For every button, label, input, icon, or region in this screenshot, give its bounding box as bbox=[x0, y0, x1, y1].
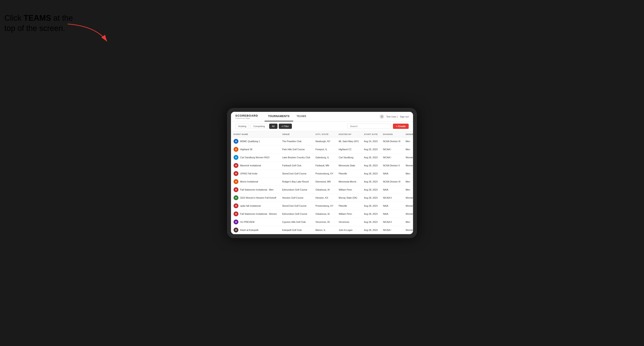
cell-gender: Men bbox=[403, 146, 413, 154]
cell-venue: The Powelton Club bbox=[280, 137, 312, 146]
cell-division: NAIA bbox=[380, 210, 403, 218]
cell-city: Marion, IL bbox=[313, 226, 336, 234]
event-name-text: UPIKE Fall Invite bbox=[240, 172, 258, 175]
col-division: DIVISION bbox=[380, 131, 403, 137]
cell-division: NCAA Division II bbox=[380, 162, 403, 170]
table-row: Carl Sandburg Women FA23 Lake Bracken Co… bbox=[231, 154, 413, 162]
event-icon bbox=[234, 163, 238, 168]
cell-division: NICAA II bbox=[380, 194, 403, 202]
cell-city: Hesston, KS bbox=[313, 194, 336, 202]
device-screen: SCOREBOARD Powered by Clippit TOURNAMENT… bbox=[231, 112, 413, 234]
nav-tournaments[interactable]: TOURNAMENTS bbox=[264, 112, 293, 121]
cell-hosted: Mt. Saint Mary (NY) bbox=[336, 137, 361, 146]
cell-venue: Park Hills Golf Course bbox=[280, 146, 312, 154]
cell-city: Galesburg, IL bbox=[313, 154, 336, 162]
event-name-text: Fall Statesmen Invitational - Men bbox=[240, 188, 274, 191]
table-row: Highland 36 Park Hills Golf Course Freep… bbox=[231, 146, 413, 154]
cell-event-name: Highland 36 bbox=[231, 146, 280, 154]
cell-city: Freeport, IL bbox=[313, 146, 336, 154]
nav-right: ⚙ Test User | Sign out bbox=[380, 115, 409, 119]
table-row: Maverick Invitational Faribault Golf Clu… bbox=[231, 162, 413, 170]
cell-city: Prestonsburg, KY bbox=[313, 202, 336, 210]
cell-event-name: UPIKE Fall Invite bbox=[231, 170, 280, 178]
col-gender: GENDER bbox=[403, 131, 413, 137]
col-venue: VENUE bbox=[280, 131, 312, 137]
event-icon bbox=[234, 211, 238, 216]
cell-event-name: Klash at Kokopelli bbox=[231, 226, 280, 234]
cell-hosted: Minnesota State bbox=[336, 162, 361, 170]
cell-division: NAIA bbox=[380, 170, 403, 178]
cell-event-name: Fall Statesmen Invitational - Women bbox=[231, 210, 280, 218]
nav-signout[interactable]: Sign out bbox=[400, 115, 409, 118]
cell-venue: Faribault Golf Club bbox=[280, 162, 312, 170]
cell-gender: Women bbox=[403, 194, 413, 202]
event-name-text: MSMC Qualifying 1 bbox=[240, 140, 260, 143]
cell-date: Aug 28, 2023 bbox=[361, 218, 380, 226]
event-icon bbox=[234, 203, 238, 208]
create-button[interactable]: + Create bbox=[393, 124, 409, 129]
instruction-text: Click TEAMS at thetop of the screen. bbox=[4, 13, 73, 33]
cell-division: NICAA I bbox=[380, 146, 403, 154]
cell-venue: Ruttger's Bay Lake Resort bbox=[280, 178, 312, 186]
cell-venue: StoneCrest Golf Course bbox=[280, 170, 312, 178]
cell-gender: Men bbox=[403, 218, 413, 226]
cell-venue: StoneCrest Golf Course bbox=[280, 202, 312, 210]
event-name-text: Maverick Invitational bbox=[240, 164, 261, 167]
event-name-text: Highland 36 bbox=[240, 148, 252, 151]
event-icon bbox=[234, 195, 238, 200]
event-icon bbox=[234, 179, 238, 184]
toolbar: Hosting Competing All ≡ Filter + Create bbox=[231, 121, 413, 131]
cell-event-name: MSMC Qualifying 1 bbox=[231, 137, 280, 146]
event-name-text: VU PREVIEW bbox=[240, 221, 254, 223]
cell-hosted: Minnesota-Morris bbox=[336, 178, 361, 186]
cell-event-name: Morris Invitational bbox=[231, 178, 280, 186]
brand-logo: SCOREBOARD Powered by Clippit bbox=[235, 114, 258, 119]
brand-subtitle: Powered by Clippit bbox=[235, 117, 258, 119]
nav-teams[interactable]: TEAMS bbox=[293, 112, 310, 121]
settings-icon[interactable]: ⚙ bbox=[380, 115, 384, 119]
table-header-row: EVENT NAME VENUE CITY, STATE HOSTED BY S… bbox=[231, 131, 413, 137]
col-hosted-by: HOSTED BY bbox=[336, 131, 361, 137]
cell-hosted: Highland CC bbox=[336, 146, 361, 154]
cell-date: Aug 28, 2023 bbox=[361, 186, 380, 194]
cell-city: Oskaloosa, IA bbox=[313, 186, 336, 194]
filter-button[interactable]: ≡ Filter bbox=[279, 124, 292, 129]
table-row: Klash at Kokopelli Kokopelli Golf Club M… bbox=[231, 226, 413, 234]
tournaments-table: EVENT NAME VENUE CITY, STATE HOSTED BY S… bbox=[231, 131, 413, 234]
cell-gender: Men bbox=[403, 170, 413, 178]
cell-division: NCAA Division III bbox=[380, 178, 403, 186]
nav-links: TOURNAMENTS TEAMS bbox=[264, 112, 380, 121]
top-nav: SCOREBOARD Powered by Clippit TOURNAMENT… bbox=[231, 112, 413, 121]
cell-event-name: Carl Sandburg Women FA23 bbox=[231, 154, 280, 162]
table-row: Fall Statesmen Invitational - Men Edmund… bbox=[231, 186, 413, 194]
cell-division: NICAA II bbox=[380, 218, 403, 226]
col-start-date: START DATE bbox=[361, 131, 380, 137]
cell-venue: Cypress Hills Golf Club bbox=[280, 218, 312, 226]
cell-venue: Edmundson Golf Course bbox=[280, 210, 312, 218]
search-input[interactable] bbox=[347, 124, 391, 129]
event-icon bbox=[234, 219, 238, 224]
cell-gender: Men bbox=[403, 137, 413, 146]
cell-event-name: Fall Statesmen Invitational - Men bbox=[231, 186, 280, 194]
table-row: UPIKE Fall Invite StoneCrest Golf Course… bbox=[231, 170, 413, 178]
cell-event-name: VU PREVIEW bbox=[231, 218, 280, 226]
cell-gender: Women bbox=[403, 210, 413, 218]
cell-division: NCAA Division III bbox=[380, 137, 403, 146]
cell-division: NICAA I bbox=[380, 226, 403, 234]
tab-hosting[interactable]: Hosting bbox=[235, 124, 249, 129]
tab-all[interactable]: All bbox=[269, 124, 278, 129]
col-city-state: CITY, STATE bbox=[313, 131, 336, 137]
cell-venue: Edmundson Golf Course bbox=[280, 186, 312, 194]
event-name-text: Morris Invitational bbox=[240, 180, 258, 183]
cell-date: Aug 28, 2023 bbox=[361, 210, 380, 218]
cell-division: NAIA bbox=[380, 186, 403, 194]
cell-hosted: Pikeville bbox=[336, 170, 361, 178]
event-name-text: Fall Statesmen Invitational - Women bbox=[240, 213, 277, 215]
cell-city: Deerwood, MN bbox=[313, 178, 336, 186]
event-icon bbox=[234, 187, 238, 192]
tab-competing[interactable]: Competing bbox=[250, 124, 268, 129]
toolbar-left: Hosting Competing All ≡ Filter bbox=[235, 124, 292, 129]
table-row: 2023 Women's Hesston Fall Kickoff Hessto… bbox=[231, 194, 413, 202]
toolbar-right: + Create bbox=[347, 124, 409, 129]
table-row: upike fall invitational StoneCrest Golf … bbox=[231, 202, 413, 210]
